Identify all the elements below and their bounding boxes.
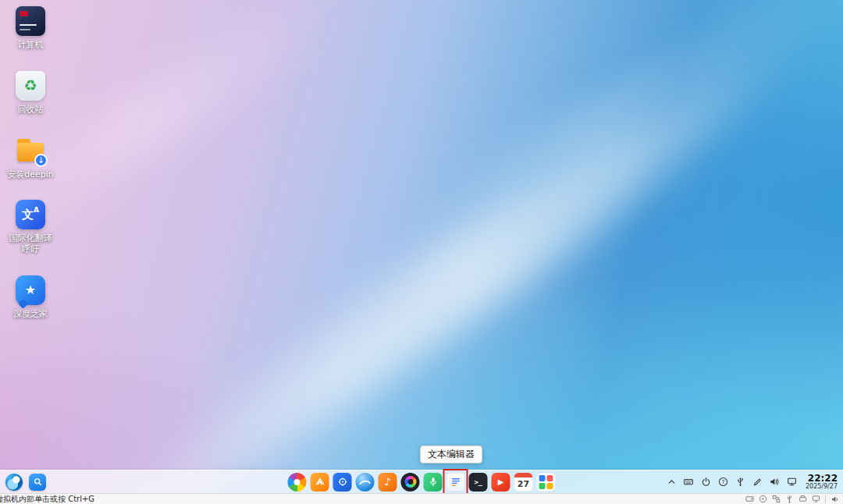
desktop-icon-computer[interactable]: 计算机: [5, 6, 56, 51]
tray-screenshot-pen[interactable]: [752, 476, 763, 488]
vault-icon: [336, 476, 348, 488]
tray-volume[interactable]: [769, 476, 781, 488]
desktop-icon-label: 国际化翻译呼吁: [6, 233, 55, 255]
calendar-day: 27: [518, 480, 529, 488]
dock-app-multitasking[interactable]: [288, 473, 307, 492]
dock-app-terminal[interactable]: >_: [469, 473, 488, 492]
tray-onboard-keyboard[interactable]: [683, 476, 695, 488]
dock-left-group: [5, 470, 46, 493]
dock-app-text-editor[interactable]: [446, 473, 465, 492]
desktop-icon-trash[interactable]: ♻ 回收站: [5, 71, 56, 115]
dock-app-browser[interactable]: [356, 473, 375, 492]
install-folder-icon: ↓: [16, 136, 45, 165]
play-glyph: ▶: [498, 477, 504, 486]
vm-status-bar: 虚拟机内部单击或按 Ctrl+G: [0, 493, 843, 504]
trash-icon: ♻: [16, 71, 45, 101]
home-star-glyph: ★: [25, 282, 36, 297]
system-tray: ? 22:22 2025/9/27: [666, 470, 838, 493]
vm-sound-icon[interactable]: [831, 495, 840, 504]
dock-app-camera[interactable]: [401, 473, 420, 492]
vm-cdrom-icon[interactable]: [759, 495, 767, 503]
desktop-icon-install-deepin[interactable]: ↓ 安装deepin: [5, 136, 56, 180]
dock-app-file-vault[interactable]: [333, 473, 352, 492]
dock-app-control-center[interactable]: [537, 473, 556, 492]
dock-tooltip: 文本编辑器: [420, 445, 482, 463]
dock-app-list: ♪ >_ ▶ 27: [288, 473, 556, 492]
vm-separator: [825, 495, 826, 503]
computer-icon: [16, 6, 45, 36]
highlight-rectangle: [443, 469, 468, 495]
vm-hint-text: 虚拟机内部单击或按 Ctrl+G: [0, 495, 94, 503]
deepin-home-icon: ★: [16, 275, 45, 305]
vm-display-icon[interactable]: [812, 495, 820, 503]
clock[interactable]: 22:22 2025/9/27: [806, 474, 838, 491]
vm-device-icons: [745, 495, 840, 504]
desktop-icon-i18n-translation[interactable]: 文 A 国际化翻译呼吁: [5, 200, 56, 255]
dock-app-voice-notes[interactable]: [424, 473, 443, 492]
svg-text:?: ?: [722, 479, 725, 485]
dock-app-movie[interactable]: ▶: [492, 473, 510, 492]
pen-icon: [752, 477, 763, 487]
desktop-icon-label: 回收站: [18, 105, 44, 115]
tray-collapse-button[interactable]: [666, 476, 678, 488]
dock: ♪ >_ ▶ 27: [0, 470, 843, 493]
dock-app-calendar[interactable]: 27: [514, 473, 533, 492]
deepin-logo-badge: [20, 11, 28, 16]
grand-search-button[interactable]: [29, 474, 46, 491]
vm-hdd-icon[interactable]: [745, 495, 754, 503]
browser-swoosh-icon: [358, 475, 372, 489]
dock-app-app-store[interactable]: [311, 473, 329, 492]
tray-power[interactable]: [700, 476, 712, 488]
wallpaper-streak: [347, 0, 843, 336]
desktop-icon-label: 深度之家: [13, 309, 48, 320]
desktop-icon-deepin-home[interactable]: ★ 深度之家: [5, 275, 56, 320]
desktop-icon-label: 安装deepin: [7, 169, 54, 180]
music-note-glyph: ♪: [384, 476, 390, 488]
vm-printer-icon[interactable]: [799, 495, 807, 503]
clock-time: 22:22: [806, 474, 838, 484]
dock-app-music[interactable]: ♪: [379, 473, 397, 492]
launcher-icon[interactable]: [5, 474, 23, 491]
network-icon: [787, 477, 797, 487]
desktop-icon-label: 计算机: [18, 40, 44, 51]
microphone-icon: [428, 477, 438, 487]
tray-help[interactable]: ?: [717, 476, 729, 488]
vm-usb-icon[interactable]: [785, 495, 794, 503]
desktop-wallpaper: [0, 0, 843, 493]
recycle-glyph: ♻: [23, 78, 37, 93]
tray-network[interactable]: [786, 476, 798, 488]
chevron-up-icon: [667, 477, 677, 487]
aperture-icon: [404, 476, 416, 488]
keyboard-icon: [683, 477, 694, 487]
clock-date: 2025/9/27: [806, 484, 838, 491]
tray-usb[interactable]: [735, 476, 746, 488]
usb-icon: [735, 477, 745, 487]
desktop-icon-list: 计算机 ♻ 回收站 ↓ 安装deepin 文 A 国际化翻译呼吁: [5, 6, 56, 320]
vm-network-icon[interactable]: [772, 495, 781, 503]
screen: 计算机 ♻ 回收站 ↓ 安装deepin 文 A 国际化翻译呼吁: [0, 0, 843, 504]
terminal-prompt-glyph: >_: [475, 478, 482, 486]
translate-icon: 文 A: [16, 200, 45, 229]
search-icon: [33, 477, 43, 487]
help-icon: ?: [718, 477, 728, 487]
power-icon: [701, 477, 711, 487]
app-store-icon: [314, 476, 325, 488]
volume-icon: [769, 477, 780, 487]
download-arrow-icon: ↓: [34, 154, 48, 167]
